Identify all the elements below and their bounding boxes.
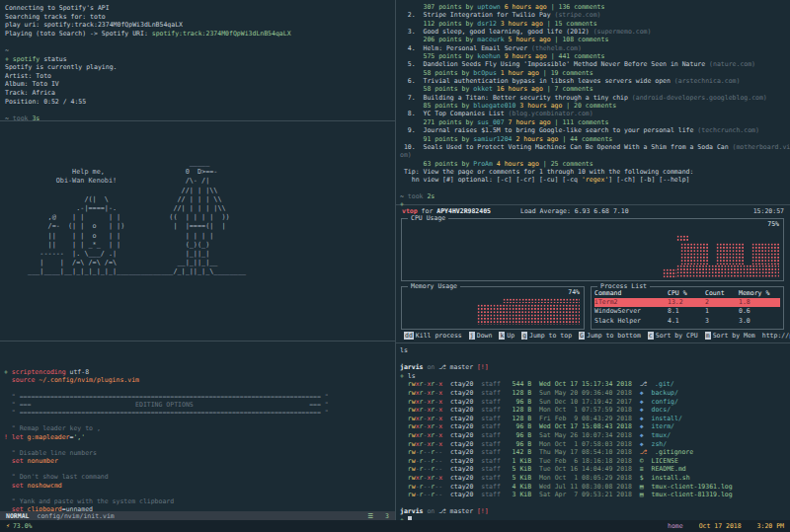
process-cell: Slack Helper <box>594 317 668 326</box>
vtop-url: http://pa <box>762 332 790 340</box>
text-segment: 63 points by <box>400 160 473 168</box>
text-segment <box>400 380 408 388</box>
text-segment: 142 B <box>509 448 539 456</box>
text-segment: on <box>427 363 438 371</box>
status-date: Oct 17 2018 <box>699 522 742 530</box>
keybar-key[interactable]: g <box>521 332 527 340</box>
shell-line: rwxr-xr-x ctay20 staff 96 B Sat May 26 1… <box>400 431 790 440</box>
text-segment: Artist: Toto <box>5 72 51 80</box>
process-cell: 2 <box>705 298 739 307</box>
keybar-label: Sort by Mem <box>713 332 755 340</box>
vim-line: set noshowcmd <box>4 482 399 490</box>
cpu-chart-ramp <box>663 268 676 277</box>
cpu-usage-percent: 75% <box>767 220 779 228</box>
keybar-key[interactable]: m <box>705 332 711 340</box>
ascii-art-pane[interactable]: _____ Help me, 0 D>==- Obi-Wan Kenobi! /… <box>0 121 395 340</box>
hn-line: 575 points by keehun 9 hours ago | 441 c… <box>400 52 790 60</box>
process-row[interactable]: WindowServer8.110.6 <box>594 307 780 316</box>
spotify-line: Playing (toto Search) -> Spotify URI: sp… <box>5 30 400 38</box>
text-segment: + <box>4 368 12 376</box>
vtop-monitor-pane[interactable]: vtop for APY4HV2R982405 Load Average: 6.… <box>396 205 790 342</box>
process-table-header: CommandCPU %CountMemory % <box>594 289 780 298</box>
process-cell: 4.1 <box>668 317 705 326</box>
text-segment: Tue Oct 16 14:04:49 2018 <box>539 465 640 473</box>
text-segment: keehun <box>477 52 500 60</box>
text-segment: ◆ <box>640 422 652 430</box>
text-segment: install.sh <box>651 474 689 482</box>
text-segment: 128 B <box>509 415 539 422</box>
keybar-key[interactable]: k <box>499 332 505 340</box>
text-segment <box>400 474 408 482</box>
text-segment: 96 B <box>509 440 539 448</box>
process-cell: 8.1 <box>668 307 705 316</box>
text-segment: ctay20 <box>442 483 481 491</box>
text-segment: README.md <box>651 465 685 473</box>
keybar-label: Up <box>507 332 514 340</box>
text-segment: staff <box>481 398 508 406</box>
keybar-key[interactable]: G <box>579 332 585 340</box>
process-row[interactable]: Slack Helper4.133.0 <box>594 317 780 326</box>
text-segment: staff <box>481 389 508 397</box>
vim-line: " Yank and paste with the system clipboa… <box>4 497 399 505</box>
text-segment: noshowcmd <box>27 482 61 490</box>
text-segment: ⎇ master <box>438 507 477 515</box>
shell-line: + ls <box>400 372 790 381</box>
shell-terminal-pane[interactable]: ls jarvis on ⎇ master [!]+ ls rwxr-xr-x … <box>396 343 790 523</box>
spotify-terminal-pane[interactable]: Connecting to Spotify's APISearching tra… <box>0 0 400 123</box>
text-segment: maceurk <box>477 36 504 43</box>
text-segment: Wed Oct 17 15:08:43 2018 <box>539 422 640 430</box>
text-segment: staff <box>481 380 508 388</box>
vim-line: " === EDITING OPTIONS === " <box>4 401 399 409</box>
text-segment: 5 hours ago <box>505 36 551 43</box>
text-segment: took <box>408 192 428 200</box>
keybar-key[interactable]: j <box>469 332 475 340</box>
text-segment: Sun Dec 10 17:19:42 2017 <box>539 398 640 406</box>
text-segment <box>400 398 408 406</box>
process-row[interactable]: iTerm213.221.8 <box>594 298 780 307</box>
text-segment: ctay20 <box>442 448 481 456</box>
text-segment: on <box>427 507 438 515</box>
text-segment: 5. Dandelion Seeds Fly Using 'Impossible… <box>400 60 709 68</box>
vim-editor-pane[interactable]: NORMAL config/nvim/init.vim ☰ 3 + script… <box>0 342 399 523</box>
hn-line: 58 points by bcOpus 1 hour ago | 19 comm… <box>400 69 790 77</box>
shell-line: rwxr-xr-x ctay20 staff 128 B Sun May 20 … <box>400 389 790 398</box>
text-segment: | 44 comments <box>558 135 612 143</box>
keybar-key[interactable]: c <box>648 332 654 340</box>
text-segment <box>400 457 408 465</box>
shell-line: rw-r--r-- ctay20 staff 1 KiB Tue Feb 6 1… <box>400 457 790 466</box>
text-segment: " === EDITING OPTIONS === " <box>4 401 329 409</box>
hn-line: 6. Trivial authentication bypass in libs… <box>400 77 790 85</box>
hn-line: 2. Stripe Integration for Twilio Pay (st… <box>400 11 790 19</box>
text-segment: ctay20 <box>442 422 481 430</box>
battery-percent: 73.0% <box>13 522 33 530</box>
text-segment: nonumber <box>27 457 57 465</box>
cpu-chart-spark <box>676 235 688 241</box>
vim-line: set nonumber <box>4 457 399 465</box>
text-segment: iterm/ <box>651 422 673 430</box>
text-segment: jarvis <box>400 507 427 515</box>
text-segment: ◆ <box>640 398 652 406</box>
keybar-key[interactable]: dd <box>404 332 414 340</box>
text-segment <box>400 431 408 439</box>
text-segment: Thu May 17 08:54:10 2018 <box>539 448 640 456</box>
text-segment: Connecting to Spotify's API <box>5 4 110 12</box>
text-segment: 112 points by <box>400 20 477 28</box>
text-segment: 544 B <box>509 380 539 388</box>
text-segment: 91 points by <box>400 135 473 143</box>
text-segment: hn view [#] optional: [-c] [-cr] [-cu] [… <box>400 176 582 184</box>
hn-line: 4. Helm: Personal Email Server (thehelm.… <box>400 44 790 52</box>
hackernews-terminal-pane[interactable]: 307 points by uptown 6 hours ago | 136 c… <box>396 0 790 206</box>
text-segment <box>400 491 408 498</box>
text-segment: bluegate010 <box>473 102 515 110</box>
text-segment <box>400 448 408 456</box>
process-cell: Count <box>705 289 739 298</box>
text-segment: (nature.com) <box>709 60 755 68</box>
text-segment: 7. Building a Titan: Better security thr… <box>400 94 632 102</box>
keybar-label: Jump to bottom <box>587 332 641 340</box>
hn-line <box>400 185 790 192</box>
text-segment <box>4 376 12 384</box>
hn-line: 271 points by sus_007 7 hours ago | 111 … <box>400 118 790 126</box>
text-segment: Playing (toto Search) -> Spotify URI: <box>5 30 152 38</box>
text-segment: ',' <box>73 433 85 441</box>
spotify-line: Position: 0:52 / 4:55 <box>5 98 400 107</box>
